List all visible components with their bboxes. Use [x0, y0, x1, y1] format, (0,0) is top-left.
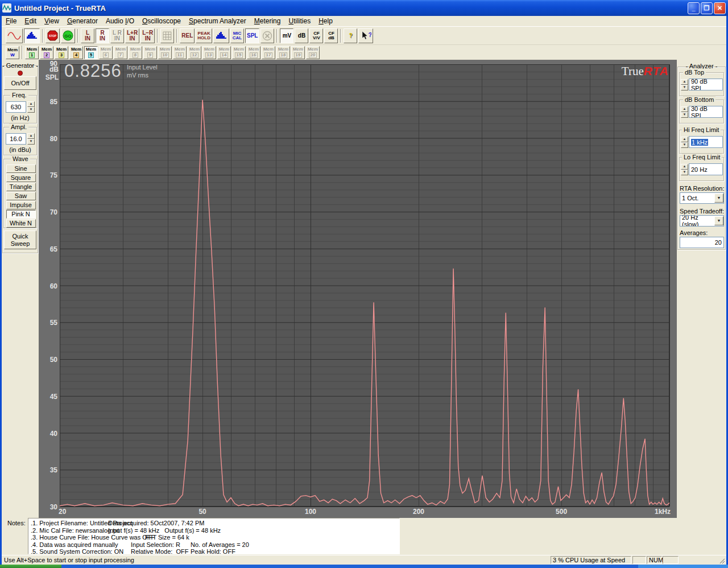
- menu-oscilloscope[interactable]: Oscilloscope: [138, 17, 185, 26]
- mem-11-button[interactable]: Mem11: [173, 46, 187, 59]
- left-input-button[interactable]: LIN: [81, 28, 94, 43]
- mem-17-button[interactable]: Mem17: [262, 46, 275, 59]
- hi-freq-input[interactable]: 1 kHz: [689, 136, 723, 148]
- wave-triangle-button[interactable]: Triangle: [6, 183, 36, 191]
- start-button[interactable]: [0, 565, 61, 568]
- peak-hold-button[interactable]: PEAKHOLD: [196, 28, 212, 43]
- minimize-button[interactable]: _: [688, 2, 700, 14]
- rta-resolution-dropdown-icon[interactable]: ▼: [714, 194, 723, 203]
- graticule-button[interactable]: [160, 28, 174, 43]
- mem-14-button[interactable]: Mem14: [217, 46, 231, 59]
- hi-freq-spin-down[interactable]: ▼: [681, 142, 688, 148]
- clear-button[interactable]: [260, 28, 274, 43]
- db-units-button-label: dB: [298, 33, 305, 39]
- resize-grip[interactable]: [719, 558, 726, 565]
- sine-generator-button[interactable]: [6, 28, 23, 43]
- db-units-button[interactable]: dB: [295, 28, 308, 43]
- ampl-spin-up[interactable]: ▲: [27, 133, 35, 139]
- help-button[interactable]: ?: [344, 28, 357, 43]
- mem-19-button[interactable]: Mem19: [291, 46, 305, 59]
- close-button[interactable]: ✕: [714, 2, 726, 14]
- mem-13-button[interactable]: Mem13: [202, 46, 216, 59]
- stop-button[interactable]: STOP: [46, 28, 60, 43]
- generator-onoff-button[interactable]: On/Off: [4, 76, 36, 90]
- mem-16-button[interactable]: Mem16: [247, 46, 260, 59]
- lo-freq-input[interactable]: 20 Hz: [689, 163, 723, 175]
- db-top-input[interactable]: 90 dB SPL: [689, 79, 723, 90]
- wave-square-button[interactable]: Square: [6, 174, 36, 182]
- freq-spin-up[interactable]: ▲: [27, 101, 35, 107]
- relative-mode-button[interactable]: REL: [180, 28, 195, 43]
- quick-sweep-button[interactable]: Quick Sweep: [4, 231, 36, 249]
- title-bar[interactable]: Untitled Project - TrueRTA _ ❐ ✕: [0, 0, 728, 16]
- go-button[interactable]: GO: [61, 28, 75, 43]
- freq-spin-down[interactable]: ▼: [27, 107, 35, 113]
- stereo-input-button[interactable]: L RIN: [110, 28, 124, 43]
- spectrum-bars-button[interactable]: [213, 28, 229, 43]
- wave-white-n-button[interactable]: White N: [6, 219, 36, 228]
- menu-view[interactable]: View: [40, 17, 63, 26]
- wave-saw-button[interactable]: Saw: [6, 192, 36, 200]
- right-input-button[interactable]: RIN: [96, 28, 109, 43]
- menu-audio-i-o[interactable]: Audio I/O: [102, 17, 138, 26]
- mem-6-button[interactable]: Mem6: [99, 46, 113, 59]
- taskbar[interactable]: [0, 565, 728, 568]
- menu-utilities[interactable]: Utilities: [284, 17, 315, 26]
- app-icon[interactable]: [2, 3, 11, 13]
- averages-input[interactable]: 20: [680, 237, 724, 248]
- wave-pink-n-button[interactable]: Pink N: [6, 210, 36, 219]
- wave-sine-button[interactable]: Sine: [6, 164, 36, 173]
- mem-button-label: Mem: [42, 47, 52, 52]
- maximize-button[interactable]: ❐: [701, 2, 713, 14]
- db-bottom-spin-up[interactable]: ▲: [681, 106, 688, 112]
- mem-1-button[interactable]: Mem1: [25, 46, 39, 59]
- mem-10-button[interactable]: Mem10: [158, 46, 172, 59]
- mem-5-button[interactable]: Mem5: [84, 46, 98, 59]
- generator-title: - Generator -: [2, 62, 39, 69]
- menu-edit[interactable]: Edit: [20, 17, 40, 26]
- spl-button[interactable]: SPL: [245, 28, 259, 43]
- mem-7-button[interactable]: Mem7: [114, 46, 127, 59]
- menu-spectrum-analyzer[interactable]: Spectrum Analyzer: [185, 17, 250, 26]
- db-bottom-spin-down[interactable]: ▼: [681, 112, 688, 118]
- crest-factor-db-button[interactable]: CFdB: [324, 28, 338, 43]
- ampl-spin-down[interactable]: ▼: [27, 139, 35, 145]
- rta-resolution-combo[interactable]: 1 Oct. ▼: [680, 192, 724, 204]
- speed-tradeoff-combo[interactable]: 20 Hz (slow) ▼: [680, 215, 724, 227]
- mem-3-button[interactable]: Mem3: [55, 46, 68, 59]
- mem-20-button[interactable]: Mem20: [306, 46, 320, 59]
- mem-button-number: 12: [191, 52, 199, 58]
- wave-impulse-button[interactable]: Impulse: [6, 201, 36, 209]
- crest-factor-vv-button[interactable]: CFV/V: [309, 28, 323, 43]
- mem-button-number: 2: [44, 52, 49, 58]
- hi-freq-spin-up[interactable]: ▲: [681, 137, 688, 142]
- mem-12-button[interactable]: Mem12: [188, 46, 201, 59]
- mem-4-button[interactable]: Mem4: [69, 46, 83, 59]
- mic-cal-button[interactable]: MICCAL: [230, 28, 244, 43]
- mem-15-button[interactable]: Mem15: [232, 46, 246, 59]
- db-top-spin-up[interactable]: ▲: [681, 79, 688, 85]
- menu-file[interactable]: File: [2, 17, 20, 26]
- context-help-button[interactable]: ?: [358, 28, 373, 43]
- l-plus-r-input-button[interactable]: L+RIN: [125, 28, 139, 43]
- mem-w-button[interactable]: MemW: [6, 46, 19, 59]
- system-tray: [638, 565, 728, 568]
- db-top-spin-down[interactable]: ▼: [681, 85, 688, 90]
- freq-input[interactable]: 630: [6, 101, 26, 113]
- mem-8-button[interactable]: Mem8: [129, 46, 142, 59]
- menu-metering[interactable]: Metering: [250, 17, 285, 26]
- menu-help[interactable]: Help: [315, 17, 337, 26]
- rta-display-button[interactable]: [24, 28, 40, 43]
- menu-generator[interactable]: Generator: [63, 17, 102, 26]
- db-bottom-input[interactable]: 30 dB SPL: [689, 106, 723, 118]
- speed-tradeoff-dropdown-icon[interactable]: ▼: [714, 216, 723, 225]
- mv-units-button[interactable]: mV: [280, 28, 293, 43]
- mem-2-button[interactable]: Mem2: [40, 46, 53, 59]
- notes-box[interactable]: .1. Project Filename: Untitled ProjectDa…: [28, 518, 400, 554]
- lo-freq-spin-down[interactable]: ▼: [681, 170, 688, 175]
- mem-9-button[interactable]: Mem9: [143, 46, 157, 59]
- mem-18-button[interactable]: Mem18: [276, 46, 290, 59]
- lo-freq-spin-up[interactable]: ▲: [681, 164, 688, 170]
- ampl-input[interactable]: 16.0: [6, 133, 26, 145]
- l-minus-r-input-button[interactable]: L−RIN: [140, 28, 155, 43]
